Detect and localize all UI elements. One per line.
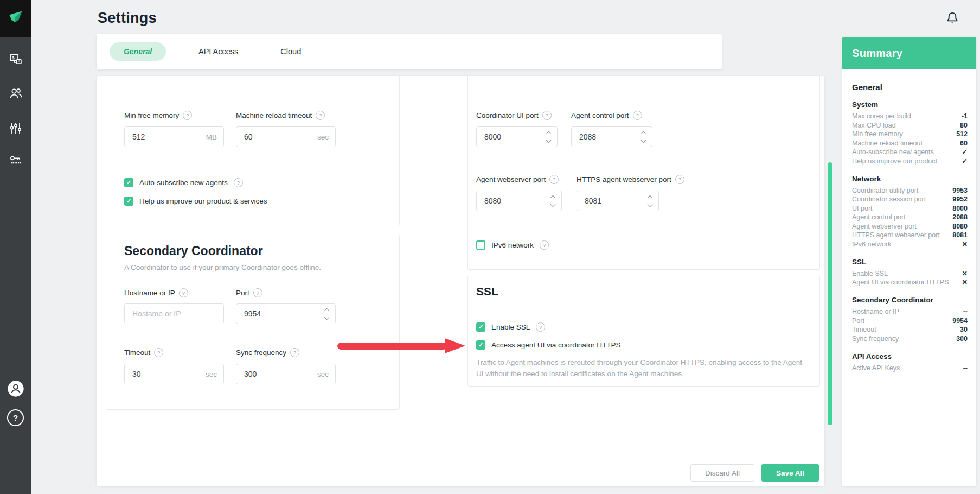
summary-body: General SystemMax cores per build-1Max C… (842, 69, 976, 373)
hostname-label: Hostname or IP ? (124, 288, 188, 297)
summary-item: Max CPU load80 (852, 122, 968, 130)
summary-item-value: -- (963, 364, 968, 373)
ipv6-row: IPv6 network ? (476, 240, 549, 250)
stepper-arrows[interactable] (642, 132, 645, 142)
agent-webserver-port-label: Agent webserver port ? (476, 175, 559, 184)
https-agent-webserver-port-input[interactable] (584, 196, 644, 206)
https-agent-webserver-port-field[interactable] (577, 191, 659, 211)
help-icon[interactable]: ? (540, 240, 549, 250)
tab-general[interactable]: General (110, 42, 166, 61)
unit-suffix: sec (206, 370, 217, 378)
stepper-arrows[interactable] (547, 132, 550, 142)
help-icon[interactable]: ? (542, 111, 552, 120)
summary-item: Auto-subscribe new agents✓ (852, 148, 968, 157)
help-icon[interactable]: ? (290, 348, 299, 357)
ssl-section: SSL Enable SSL ? Access agent UI via coo… (467, 276, 820, 387)
summary-item: Machine reload timeout60 (852, 140, 968, 148)
enable-ssl-checkbox[interactable] (476, 322, 485, 332)
discard-all-button[interactable]: Discard All (690, 464, 754, 482)
summary-item: Coordinator session port9952 (852, 195, 968, 204)
help-improve-label: Help us improve our product & services (139, 197, 267, 205)
sidebar-item-help[interactable]: ? (0, 409, 31, 426)
help-icon[interactable]: ? (536, 322, 545, 332)
agent-control-port-input[interactable] (578, 132, 637, 142)
summary-group: SystemMax cores per build-1Max CPU load8… (852, 100, 968, 166)
help-improve-checkbox[interactable] (124, 197, 133, 206)
hostname-field[interactable] (124, 303, 224, 324)
summary-item-label: Active API Keys (852, 364, 904, 373)
sidebar-item-settings[interactable] (0, 121, 31, 138)
summary-item-value: -1 (962, 112, 968, 121)
summary-item: Min free memory512 (852, 130, 968, 139)
help-icon[interactable]: ? (179, 288, 188, 297)
summary-item-label: Help us improve our product (852, 157, 941, 166)
agent-control-port-field[interactable] (571, 126, 652, 147)
agent-ui-https-checkbox[interactable] (476, 340, 485, 350)
save-all-button[interactable]: Save All (761, 464, 819, 482)
help-icon[interactable]: ? (234, 178, 243, 187)
agent-ui-https-row: Access agent UI via coordinator HTTPS (476, 340, 621, 350)
machine-reload-timeout-input[interactable] (243, 132, 313, 142)
hostname-input[interactable] (131, 309, 217, 319)
auto-subscribe-checkbox[interactable] (124, 178, 133, 187)
coordinator-ui-port-label: Coordinator UI port ? (476, 111, 552, 120)
summary-item: Max cores per build-1 (852, 112, 968, 121)
help-icon[interactable]: ? (154, 348, 163, 357)
secondary-port-input[interactable] (243, 309, 321, 319)
summary-item-value: ✕ (962, 240, 968, 249)
summary-groups: SystemMax cores per build-1Max CPU load8… (852, 100, 968, 373)
ipv6-checkbox[interactable] (476, 240, 485, 250)
agent-control-port-label: Agent control port ? (571, 111, 642, 120)
min-free-memory-field[interactable]: MB (124, 126, 224, 147)
tab-cloud[interactable]: Cloud (280, 47, 301, 56)
auto-subscribe-row: Auto-subscribe new agents ? (124, 178, 243, 187)
min-free-memory-input[interactable] (131, 132, 202, 142)
sidebar-item-account[interactable] (0, 380, 31, 400)
summary-item-label: Machine reload timeout (852, 140, 927, 148)
pointer-arrow (337, 338, 467, 353)
summary-item: HTTPS agent webserver port8081 (852, 231, 968, 240)
sync-frequency-input[interactable] (243, 369, 313, 379)
machine-reload-timeout-field[interactable]: sec (236, 126, 336, 147)
help-icon[interactable]: ? (633, 111, 642, 120)
summary-item-label: Timeout (852, 326, 881, 334)
scrollbar-thumb[interactable] (828, 162, 832, 425)
system-section: Min free memory ? MB Machine reload time… (106, 76, 400, 225)
sidebar-item-license[interactable] (0, 153, 31, 170)
help-icon[interactable]: ? (675, 175, 684, 184)
stepper-arrows[interactable] (325, 309, 329, 319)
summary-item-label: Min free memory (852, 130, 907, 139)
coordinator-ui-port-input[interactable] (483, 132, 542, 142)
notifications-bell-icon[interactable] (945, 10, 960, 26)
machine-reload-timeout-label: Machine reload timeout ? (236, 111, 325, 120)
help-icon[interactable]: ? (316, 111, 325, 120)
summary-item-value: 8000 (952, 205, 968, 213)
summary-group-title: Network (852, 175, 968, 183)
help-icon[interactable]: ? (253, 288, 262, 297)
sync-frequency-field[interactable]: sec (236, 364, 336, 384)
tab-api-access[interactable]: API Access (198, 47, 238, 56)
help-icon[interactable]: ? (549, 175, 559, 184)
agent-webserver-port-field[interactable] (476, 191, 562, 211)
summary-item-label: Coordinator utility port (852, 187, 923, 195)
coordinator-ui-port-field[interactable] (476, 126, 558, 147)
secondary-port-field[interactable] (236, 303, 336, 324)
timeout-input[interactable] (131, 369, 201, 379)
secondary-port-label: Port ? (236, 288, 262, 297)
min-free-memory-label: Min free memory ? (124, 111, 192, 120)
timeout-field[interactable]: sec (124, 364, 224, 384)
sidebar-item-users[interactable] (0, 86, 31, 103)
summary-heading: General (852, 83, 968, 92)
sidebar-item-machines[interactable] (0, 52, 31, 69)
summary-item-value: 512 (956, 130, 968, 139)
logo-block[interactable] (0, 0, 31, 37)
summary-item: Active API Keys-- (852, 364, 968, 373)
summary-group: SSLEnable SSL✕Agent UI via coordinator H… (852, 258, 968, 288)
help-icon[interactable]: ? (183, 111, 192, 120)
stepper-arrows[interactable] (648, 196, 652, 206)
agent-webserver-port-input[interactable] (483, 196, 547, 206)
agent-ui-https-label: Access agent UI via coordinator HTTPS (491, 341, 621, 349)
stepper-arrows[interactable] (551, 196, 555, 206)
https-agent-webserver-port-label: HTTPS agent webserver port ? (577, 175, 684, 184)
summary-group: Secondary CoordinatorHostname or IP--Por… (852, 296, 968, 344)
